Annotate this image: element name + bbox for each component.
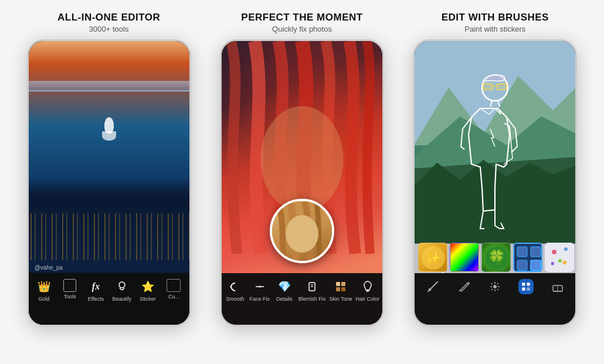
sticker-selected[interactable] bbox=[513, 243, 542, 272]
toolbar-2: Smooth Face Fix 💎 Details bbox=[222, 273, 382, 325]
brush-grid-icon bbox=[518, 279, 534, 294]
tool-skin-tone[interactable]: Skin Tone bbox=[329, 279, 352, 302]
gold-icon: 👑 bbox=[36, 279, 52, 294]
svg-rect-12 bbox=[341, 287, 345, 291]
cutout-icon bbox=[167, 279, 181, 292]
details-icon: 💎 bbox=[277, 279, 292, 294]
panel-2-title: PERFECT THE MOMENT bbox=[241, 12, 362, 23]
sticker-label: Sticker bbox=[140, 296, 156, 302]
smooth-label: Smooth bbox=[226, 296, 244, 302]
tool-smooth[interactable]: Smooth bbox=[225, 279, 246, 302]
svg-rect-49 bbox=[545, 243, 574, 272]
svg-line-37 bbox=[490, 101, 492, 107]
sticker-rainbow[interactable] bbox=[450, 243, 479, 272]
sticker-icon: ⭐ bbox=[140, 279, 155, 294]
svg-rect-47 bbox=[517, 260, 527, 270]
svg-point-52 bbox=[558, 259, 562, 263]
svg-point-50 bbox=[552, 250, 557, 254]
panel-1-title: ALL-IN-ONE EDITOR bbox=[57, 12, 160, 23]
svg-point-5 bbox=[259, 286, 260, 288]
brush-tool-4-active[interactable] bbox=[515, 279, 537, 294]
svg-rect-69 bbox=[527, 288, 530, 291]
blemish-icon bbox=[304, 279, 320, 294]
panel-edit-brushes: EDIT WITH BRUSHES Paint with stickers bbox=[404, 12, 586, 326]
tool-sticker[interactable]: ⭐ Sticker bbox=[137, 279, 158, 302]
svg-text:🍀: 🍀 bbox=[488, 249, 505, 266]
face-fix-label: Face Fix bbox=[250, 296, 270, 302]
effects-label: Effects bbox=[88, 296, 104, 302]
tools-label: Tools bbox=[64, 294, 76, 300]
water-surface bbox=[29, 81, 189, 91]
mountain-bg: ✨ bbox=[415, 41, 575, 325]
svg-line-38 bbox=[498, 101, 500, 107]
panel-all-in-one: ALL-IN-ONE EDITOR 3000+ tools @vahe_pa bbox=[18, 12, 200, 326]
svg-rect-11 bbox=[336, 287, 340, 291]
phone-screen-1: @vahe_pa 👑 Gold Tools fx Ef bbox=[29, 41, 189, 325]
svg-point-1 bbox=[260, 106, 343, 213]
effects-icon: fx bbox=[88, 279, 103, 294]
gold-label: Gold bbox=[38, 296, 49, 302]
sticker-gold[interactable]: ✨ bbox=[418, 243, 447, 272]
svg-rect-45 bbox=[517, 247, 527, 257]
watermark: @vahe_pa bbox=[35, 264, 63, 271]
skin-tone-icon bbox=[333, 279, 348, 294]
cutout-label: Cu... bbox=[168, 294, 179, 300]
sticker-confetti[interactable] bbox=[545, 243, 574, 272]
tool-cutout[interactable]: Cu... bbox=[163, 279, 184, 300]
svg-rect-41 bbox=[450, 243, 479, 272]
brush-pen-icon bbox=[425, 279, 440, 294]
brush-tool-3[interactable] bbox=[484, 279, 505, 294]
panel-3-subtitle: Paint with stickers bbox=[464, 25, 525, 33]
svg-rect-34 bbox=[483, 84, 493, 90]
brush-tool-2[interactable] bbox=[453, 279, 474, 294]
tool-details[interactable]: 💎 Details bbox=[274, 279, 295, 302]
face-inner bbox=[272, 201, 332, 261]
brush-tool-5[interactable] bbox=[547, 279, 568, 294]
diver-figure bbox=[100, 117, 118, 147]
tool-effects[interactable]: fx Effects bbox=[85, 279, 106, 302]
svg-line-64 bbox=[491, 289, 493, 290]
tool-tools[interactable]: Tools bbox=[59, 279, 80, 300]
brush-sparkle-icon bbox=[487, 279, 503, 294]
sticker-clover[interactable]: 🍀 bbox=[481, 243, 511, 272]
beautify-icon bbox=[114, 279, 130, 294]
panel-3-title: EDIT WITH BRUSHES bbox=[442, 12, 549, 23]
diver-body bbox=[104, 117, 114, 134]
hair-bg: Smooth Face Fix 💎 Details bbox=[222, 41, 382, 325]
tool-face-fix[interactable]: Face Fix bbox=[249, 279, 270, 302]
tool-blemish[interactable]: Blemish Fix bbox=[298, 279, 326, 302]
blemish-label: Blemish Fix bbox=[298, 296, 326, 302]
phone-mockup-3: ✨ bbox=[413, 39, 577, 326]
tool-hair-color[interactable]: Hair Color bbox=[355, 279, 379, 302]
hair-color-label: Hair Color bbox=[355, 296, 379, 302]
tools-icon bbox=[63, 279, 76, 292]
toolbar-3 bbox=[415, 273, 575, 325]
hair-color-icon bbox=[360, 279, 375, 294]
underwater-bg: @vahe_pa 👑 Gold Tools fx Ef bbox=[29, 41, 189, 325]
tool-gold[interactable]: 👑 Gold bbox=[33, 279, 55, 302]
city-lights bbox=[29, 178, 189, 272]
brush-pencil-icon bbox=[456, 279, 471, 294]
phone-screen-2: Smooth Face Fix 💎 Details bbox=[222, 41, 382, 325]
person-outline-svg bbox=[448, 70, 542, 234]
phone-screen-3: ✨ bbox=[415, 41, 575, 325]
svg-line-56 bbox=[459, 290, 460, 291]
panel-1-subtitle: 3000+ tools bbox=[89, 25, 129, 33]
svg-rect-66 bbox=[522, 283, 525, 285]
tool-beautify[interactable]: Beautify bbox=[111, 279, 133, 302]
brush-stickers: ✨ bbox=[415, 243, 575, 272]
svg-rect-10 bbox=[341, 282, 345, 286]
brush-tool-1[interactable] bbox=[422, 279, 443, 294]
face-circle bbox=[270, 199, 334, 263]
svg-rect-48 bbox=[531, 260, 541, 270]
phone-mockup-2: Smooth Face Fix 💎 Details bbox=[220, 39, 384, 326]
panel-perfect-moment: PERFECT THE MOMENT Quickly fix photos bbox=[211, 12, 393, 326]
svg-point-0 bbox=[119, 282, 125, 288]
svg-point-51 bbox=[564, 247, 568, 251]
brush-eraser-icon bbox=[550, 279, 565, 294]
svg-rect-46 bbox=[531, 247, 541, 257]
svg-point-3 bbox=[286, 215, 318, 253]
svg-line-62 bbox=[491, 283, 493, 284]
panel-2-subtitle: Quickly fix photos bbox=[272, 25, 332, 33]
details-label: Details bbox=[276, 296, 293, 302]
